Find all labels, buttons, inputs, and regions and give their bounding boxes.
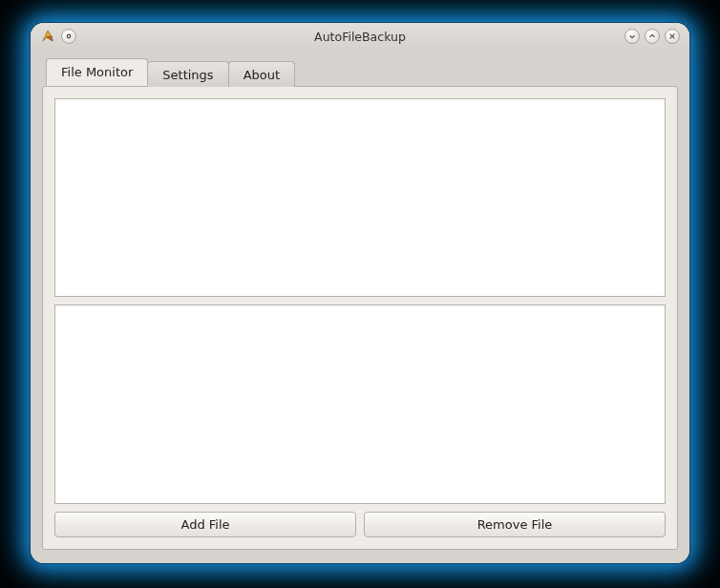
button-row: Add File Remove File xyxy=(54,512,666,537)
tab-label: About xyxy=(244,68,280,82)
button-label: Remove File xyxy=(477,517,553,532)
app-icon xyxy=(40,29,55,44)
close-button[interactable] xyxy=(665,29,680,44)
button-label: Add File xyxy=(180,517,229,532)
tab-file-monitor[interactable]: File Monitor xyxy=(46,58,148,86)
tab-container: File Monitor Settings About Add File xyxy=(42,61,678,550)
tab-about[interactable]: About xyxy=(228,61,295,87)
minimize-button[interactable] xyxy=(625,29,640,44)
titlebar[interactable]: AutoFileBackup xyxy=(31,23,689,50)
application-window: AutoFileBackup File Monitor xyxy=(31,23,689,563)
remove-file-button[interactable]: Remove File xyxy=(364,512,666,537)
window-body: File Monitor Settings About Add File xyxy=(31,50,689,563)
tab-page-file-monitor: Add File Remove File xyxy=(42,86,678,550)
window-menu-button[interactable] xyxy=(61,29,76,44)
maximize-button[interactable] xyxy=(645,29,660,44)
file-list-panel[interactable] xyxy=(54,98,666,297)
tab-bar: File Monitor Settings About xyxy=(46,61,678,86)
tab-label: Settings xyxy=(162,68,213,82)
window-title: AutoFileBackup xyxy=(31,30,689,44)
add-file-button[interactable]: Add File xyxy=(54,512,356,537)
tab-settings[interactable]: Settings xyxy=(147,61,228,87)
log-panel[interactable] xyxy=(54,304,666,503)
svg-point-0 xyxy=(67,34,71,38)
tab-label: File Monitor xyxy=(61,65,133,79)
